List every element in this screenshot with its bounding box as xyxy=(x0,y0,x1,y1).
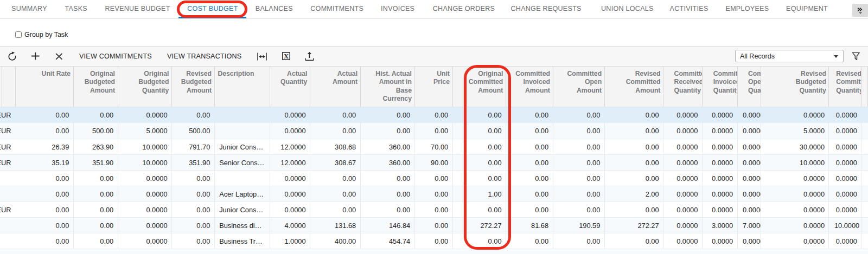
svg-text:X: X xyxy=(283,53,288,60)
